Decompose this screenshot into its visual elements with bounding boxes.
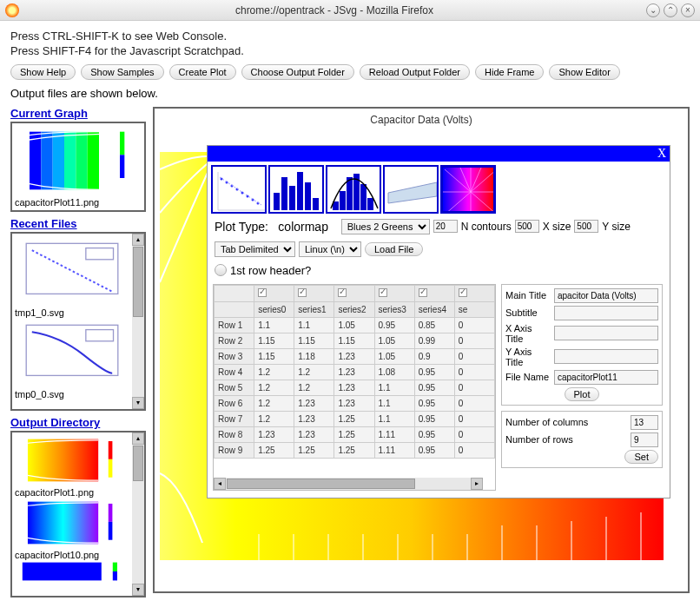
data-cell[interactable]: 0: [454, 364, 494, 380]
close-button[interactable]: ×: [681, 3, 695, 17]
series-check-icon[interactable]: [258, 288, 267, 297]
recent-thumb[interactable]: [15, 318, 129, 387]
data-cell[interactable]: 1.1: [374, 395, 414, 411]
data-cell[interactable]: 0.85: [414, 317, 454, 333]
data-cell[interactable]: 0.9: [414, 348, 454, 364]
data-cell[interactable]: 1.23: [334, 364, 374, 380]
yaxis-input[interactable]: [554, 349, 658, 364]
output-scrollbar[interactable]: ▴ ▾: [132, 432, 144, 596]
data-cell[interactable]: 1.23: [334, 348, 374, 364]
xsize-input[interactable]: [515, 220, 539, 233]
series-header[interactable]: se: [454, 301, 494, 317]
row-header[interactable]: Row 3: [215, 348, 254, 364]
row-header[interactable]: Row 1: [215, 317, 254, 333]
data-cell[interactable]: 1.15: [254, 348, 294, 364]
series-header[interactable]: series4: [414, 301, 454, 317]
data-cell[interactable]: 1.23: [334, 380, 374, 395]
row-header[interactable]: Row 8: [215, 426, 254, 442]
scroll-down-icon[interactable]: ▾: [132, 584, 144, 596]
series-check-icon[interactable]: [338, 288, 347, 297]
row-header[interactable]: Row 2: [215, 333, 254, 348]
xaxis-input[interactable]: [554, 326, 658, 340]
scroll-up-icon[interactable]: ▴: [132, 234, 144, 246]
current-graph-title[interactable]: Current Graph: [10, 107, 146, 120]
first-row-checkbox[interactable]: [215, 264, 227, 276]
editor-close-icon[interactable]: X: [657, 147, 666, 161]
series-check-icon[interactable]: [298, 288, 307, 297]
data-cell[interactable]: 0: [454, 333, 494, 348]
data-cell[interactable]: 0.95: [414, 426, 454, 442]
num-cols-input[interactable]: [631, 415, 658, 430]
delimiter-select[interactable]: Tab Delimited: [215, 241, 295, 257]
data-cell[interactable]: 0: [454, 426, 494, 442]
show-editor-button[interactable]: Show Editor: [549, 64, 619, 80]
series-header[interactable]: series0: [254, 301, 294, 317]
load-file-button[interactable]: Load File: [365, 242, 423, 256]
subtitle-input[interactable]: [554, 306, 658, 320]
n-contours-input[interactable]: [433, 220, 458, 233]
data-cell[interactable]: 1.15: [334, 333, 374, 348]
output-thumb[interactable]: [15, 560, 129, 583]
grid-scrollbar-h[interactable]: ◂ ▸: [214, 478, 483, 490]
main-title-input[interactable]: [554, 288, 658, 303]
series-header[interactable]: series3: [374, 301, 414, 317]
data-cell[interactable]: 1.2: [254, 395, 294, 411]
data-cell[interactable]: 1.25: [334, 426, 374, 442]
create-plot-button[interactable]: Create Plot: [169, 64, 236, 80]
data-cell[interactable]: 0.95: [414, 442, 454, 458]
data-cell[interactable]: 1.23: [294, 395, 334, 411]
series-check-icon[interactable]: [419, 288, 427, 297]
editor-titlebar[interactable]: X: [208, 146, 670, 162]
set-button[interactable]: Set: [624, 450, 658, 464]
data-cell[interactable]: 0.95: [414, 380, 454, 395]
data-cell[interactable]: 0.99: [414, 333, 454, 348]
data-cell[interactable]: 1.15: [254, 333, 294, 348]
choose-output-folder-button[interactable]: Choose Output Folder: [241, 64, 354, 80]
scroll-left-icon[interactable]: ◂: [214, 478, 226, 490]
data-cell[interactable]: 1.23: [254, 426, 294, 442]
data-cell[interactable]: 0: [454, 348, 494, 364]
chart-type-contour[interactable]: [383, 165, 439, 214]
chart-type-bar[interactable]: [268, 165, 324, 214]
data-cell[interactable]: 1.2: [294, 380, 334, 395]
minimize-button[interactable]: ⌄: [646, 3, 660, 17]
row-header[interactable]: Row 6: [215, 395, 254, 411]
series-check-icon[interactable]: [379, 288, 387, 297]
data-cell[interactable]: 1.25: [334, 411, 374, 426]
data-cell[interactable]: 1.11: [374, 442, 414, 458]
output-dir-title[interactable]: Output Directory: [10, 416, 146, 429]
recent-scrollbar[interactable]: ▴ ▾: [132, 234, 144, 409]
current-graph-thumb[interactable]: [15, 126, 142, 195]
reload-output-folder-button[interactable]: Reload Output Folder: [360, 64, 470, 80]
maximize-button[interactable]: ⌃: [664, 3, 677, 17]
scroll-up-icon[interactable]: ▴: [132, 432, 144, 445]
data-cell[interactable]: 1.2: [254, 364, 294, 380]
data-cell[interactable]: 1.23: [334, 395, 374, 411]
data-cell[interactable]: 0: [454, 411, 494, 426]
series-header[interactable]: series1: [294, 301, 334, 317]
colormap-select[interactable]: Blues 2 Greens: [341, 219, 430, 234]
data-cell[interactable]: 0: [454, 442, 494, 458]
row-header[interactable]: Row 4: [215, 364, 254, 380]
scroll-thumb[interactable]: [133, 446, 143, 481]
filename-input[interactable]: [554, 370, 658, 385]
recent-files-title[interactable]: Recent Files: [10, 217, 146, 230]
data-cell[interactable]: 1.2: [254, 411, 294, 426]
data-cell[interactable]: 1.05: [374, 333, 414, 348]
scroll-thumb-h[interactable]: [227, 479, 415, 489]
data-cell[interactable]: 1.23: [294, 426, 334, 442]
recent-thumb[interactable]: [15, 236, 129, 306]
data-cell[interactable]: 0.95: [414, 395, 454, 411]
data-cell[interactable]: 0: [454, 380, 494, 395]
data-cell[interactable]: 0: [454, 317, 494, 333]
row-header[interactable]: Row 7: [215, 411, 254, 426]
plot-button[interactable]: Plot: [565, 387, 600, 401]
data-cell[interactable]: 1.18: [294, 348, 334, 364]
output-thumb[interactable]: [15, 498, 129, 548]
data-cell[interactable]: 1.23: [294, 411, 334, 426]
row-header[interactable]: Row 9: [215, 442, 254, 458]
data-cell[interactable]: 0: [454, 395, 494, 411]
num-rows-input[interactable]: [631, 432, 658, 447]
hide-frame-button[interactable]: Hide Frame: [475, 64, 544, 80]
data-cell[interactable]: 1.25: [294, 442, 334, 458]
